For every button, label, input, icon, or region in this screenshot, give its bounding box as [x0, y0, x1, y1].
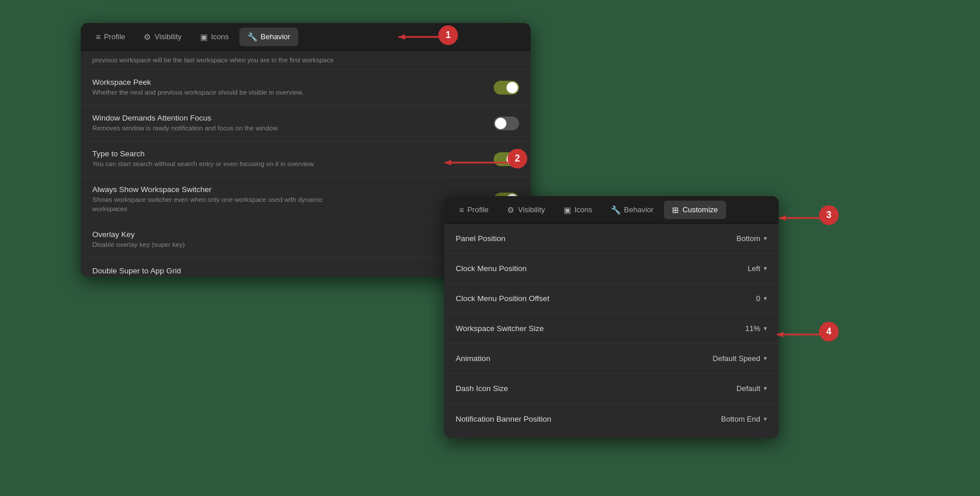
- row-clock-menu-offset: Clock Menu Position Offset 0 ▾: [444, 284, 779, 314]
- workspace-switcher-size-chevron: ▾: [764, 325, 767, 332]
- notification-banner-position-label: Notification Banner Position: [456, 415, 551, 423]
- front-content: Panel Position Bottom ▾ Clock Menu Posit…: [444, 224, 779, 438]
- notification-banner-position-value: Bottom End: [721, 415, 760, 423]
- profile-icon: ≡: [96, 32, 100, 42]
- visibility-icon-front: ⚙: [507, 205, 515, 215]
- clock-menu-offset-label: Clock Menu Position Offset: [456, 294, 550, 303]
- tab-customize-front-label: Customize: [682, 205, 718, 214]
- overlay-key-desc: Disable overlay key (super key): [92, 240, 323, 249]
- clock-menu-offset-dropdown[interactable]: 0 ▾: [756, 294, 767, 303]
- svg-marker-5: [780, 215, 786, 221]
- always-show-switcher-title: Always Show Workspace Switcher: [92, 185, 494, 194]
- row-dash-icon-size: Dash Icon Size Default ▾: [444, 374, 779, 404]
- tab-behavior-back-label: Behavior: [261, 32, 290, 41]
- clock-menu-position-dropdown[interactable]: Left ▾: [748, 264, 767, 273]
- clock-menu-offset-chevron: ▾: [764, 295, 767, 302]
- tab-visibility-back-label: Visibility: [155, 32, 182, 41]
- tab-icons-front[interactable]: ▣ Icons: [555, 201, 600, 219]
- window-demands-title: Window Demands Attention Focus: [92, 114, 494, 122]
- dash-icon-size-chevron: ▾: [764, 385, 767, 392]
- row-clock-menu-position: Clock Menu Position Left ▾: [444, 254, 779, 284]
- customize-icon-front: ⊞: [672, 205, 679, 215]
- tab-behavior-front-label: Behavior: [624, 205, 654, 214]
- window-demands-desc: Removes window is ready notification and…: [92, 123, 323, 133]
- row-workspace-switcher-size: Workspace Switcher Size 11% ▾: [444, 314, 779, 344]
- workspace-switcher-size-label: Workspace Switcher Size: [456, 324, 544, 333]
- clock-menu-offset-value: 0: [756, 294, 760, 303]
- tab-icons-front-label: Icons: [575, 205, 592, 214]
- tab-profile-back-label: Profile: [104, 32, 125, 41]
- panel-position-chevron: ▾: [764, 235, 767, 242]
- behavior-icon: 🔧: [247, 32, 257, 42]
- svg-marker-7: [778, 332, 783, 337]
- setting-workspace-peek: Workspace Peek Whether the next and prev…: [81, 70, 531, 106]
- truncated-text: previous workspace will be the last work…: [81, 51, 531, 70]
- arrow-1: [392, 30, 444, 44]
- tab-behavior-front[interactable]: 🔧 Behavior: [603, 201, 662, 219]
- row-notification-banner-position: Notification Banner Position Bottom End …: [444, 404, 779, 434]
- tab-visibility-front-label: Visibility: [518, 205, 545, 214]
- type-to-search-desc: You can start search without search entr…: [92, 159, 323, 168]
- animation-dropdown[interactable]: Default Speed ▾: [713, 354, 767, 363]
- clock-menu-position-chevron: ▾: [764, 265, 767, 272]
- tab-icons-back[interactable]: ▣ Icons: [192, 28, 237, 46]
- notification-banner-position-dropdown[interactable]: Bottom End ▾: [721, 415, 767, 423]
- row-animation: Animation Default Speed ▾: [444, 344, 779, 374]
- annotation-4: 4: [819, 322, 839, 341]
- tab-behavior-back[interactable]: 🔧 Behavior: [239, 28, 298, 46]
- panel-position-label: Panel Position: [456, 234, 505, 243]
- row-panel-position: Panel Position Bottom ▾: [444, 224, 779, 254]
- icons-icon-front: ▣: [564, 205, 571, 215]
- overlay-key-title: Overlay Key: [92, 230, 494, 239]
- panel-position-value: Bottom: [737, 234, 760, 243]
- always-show-switcher-desc: Shows workspace switcher even when only …: [92, 195, 323, 213]
- tab-profile-front-label: Profile: [467, 205, 489, 214]
- tab-customize-front[interactable]: ⊞ Customize: [664, 201, 726, 219]
- tab-visibility-back[interactable]: ⚙ Visibility: [136, 28, 190, 46]
- tab-profile-back[interactable]: ≡ Profile: [88, 28, 133, 46]
- clock-menu-position-value: Left: [748, 264, 760, 273]
- workspace-switcher-size-value: 11%: [745, 324, 760, 333]
- arrow-4: [771, 328, 826, 341]
- visibility-icon: ⚙: [144, 32, 151, 42]
- front-window: ≡ Profile ⚙ Visibility ▣ Icons 🔧 Behavio…: [444, 196, 779, 438]
- dash-icon-size-value: Default: [737, 384, 760, 393]
- annotation-2: 2: [508, 149, 527, 168]
- setting-window-demands: Window Demands Attention Focus Removes w…: [81, 106, 531, 141]
- arrow-2: [438, 156, 513, 170]
- profile-icon-front: ≡: [459, 205, 464, 215]
- type-to-search-title: Type to Search: [92, 149, 494, 158]
- animation-value: Default Speed: [713, 354, 760, 363]
- workspace-peek-title: Workspace Peek: [92, 78, 494, 87]
- annotation-3: 3: [819, 205, 839, 225]
- svg-marker-1: [399, 34, 405, 40]
- double-super-desc: Shows app grid when you double hit super…: [92, 276, 323, 277]
- icons-icon: ▣: [200, 32, 208, 42]
- panel-position-dropdown[interactable]: Bottom ▾: [737, 234, 767, 243]
- dash-icon-size-label: Dash Icon Size: [456, 384, 508, 393]
- clock-menu-position-label: Clock Menu Position: [456, 264, 527, 273]
- annotation-1: 1: [438, 25, 458, 45]
- workspace-switcher-size-dropdown[interactable]: 11% ▾: [745, 324, 767, 333]
- svg-marker-3: [445, 160, 451, 166]
- tab-visibility-front[interactable]: ⚙ Visibility: [499, 201, 553, 219]
- front-tab-bar: ≡ Profile ⚙ Visibility ▣ Icons 🔧 Behavio…: [444, 196, 779, 224]
- tab-icons-back-label: Icons: [211, 32, 229, 41]
- behavior-icon-front: 🔧: [611, 205, 621, 215]
- arrow-3: [773, 211, 825, 225]
- animation-chevron: ▾: [764, 355, 767, 362]
- workspace-peek-toggle[interactable]: [494, 81, 519, 95]
- workspace-peek-desc: Whether the next and previous workspace …: [92, 88, 323, 97]
- tab-profile-front[interactable]: ≡ Profile: [451, 201, 497, 219]
- window-demands-toggle[interactable]: [494, 117, 519, 130]
- back-tab-bar: ≡ Profile ⚙ Visibility ▣ Icons 🔧 Behavio…: [81, 23, 531, 51]
- dash-icon-size-dropdown[interactable]: Default ▾: [737, 384, 767, 393]
- animation-label: Animation: [456, 354, 490, 363]
- notification-banner-position-chevron: ▾: [764, 415, 767, 423]
